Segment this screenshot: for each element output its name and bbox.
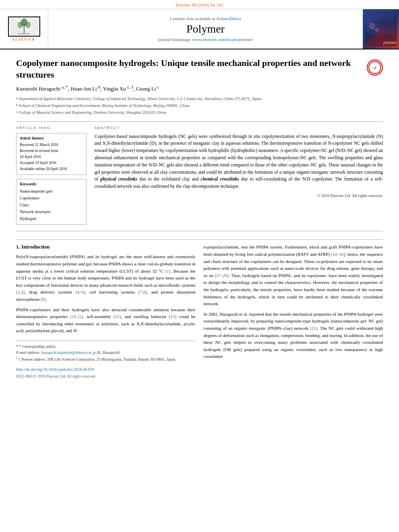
svg-rect-0 [10,18,38,35]
footnote-1: 1 1 Present address: JSR Life Sciences C… [16,356,195,363]
email-link[interactable]: haraguchi.kazutoshi@nihon-u.ac.jp [41,351,96,355]
abstract-header: ABSTRACT [95,126,383,130]
polymer-cover-inner: polymer [365,12,397,46]
svg-rect-6 [365,19,383,39]
right-column: ABSTRACT Copolymer-based nanocomposite h… [95,126,383,225]
keyword-2: Copolymers [20,195,83,201]
article-history-block: Article history: Received 21 March 2016 … [16,133,86,175]
elsevier-logo: ELSEVIER [0,9,48,49]
journal-title: Polymer [187,23,225,35]
journal-bar: Polymer 96 (2016) 94–103 [0,0,399,9]
doi-link[interactable]: http://dx.doi.org/10.1016/j.polymer.2016… [16,367,94,372]
svg-text:✓: ✓ [373,66,377,70]
article-info-header: ARTICLE INFO [16,126,86,130]
keyword-3: Clays [20,201,83,208]
article-body: 1. Introduction Poly(N-isopropylacrylami… [16,239,383,379]
affiliation-a: a Department of Applied Molecular Chemis… [16,96,383,102]
svg-point-2 [21,18,27,27]
available-online-date: Available online 20 April 2016 [20,166,83,172]
body-right-column: n-propylacrylamide, into the PNIPA syste… [204,244,383,379]
polymer-cover-label: polymer [383,40,397,46]
elsevier-text: ELSEVIER [12,38,35,41]
article-title-text: Copolymer nanocomposite hydrogels: Uniqu… [16,58,367,80]
keyword-4: Network structures [20,208,83,215]
keywords-block: Keywords: Nanocomposite gels Copolymers … [16,179,86,225]
received-date: Received 21 March 2016 [20,142,83,148]
header-center: Contents lists available at ScienceDirec… [48,9,363,49]
divider-2 [16,231,383,231]
copyright-line: © 2016 Elsevier Ltd. All rights reserved… [95,193,383,198]
right-paragraph-2: In 2002, Haraguchi et al. reported that … [204,311,383,360]
intro-paragraph-1: Poly(N-isopropylacrylamide) (PNIPA) and … [16,253,195,303]
sciencedirect-link[interactable]: ScienceDirect [216,16,241,21]
journal-homepage: journal homepage: www.elsevier.com/locat… [158,37,253,42]
footnote-email: E-mail address: haraguchi.kazutoshi@niho… [16,350,195,356]
header-section: ELSEVIER Contents lists available at Sci… [0,9,399,49]
article-content: Copolymer nanocomposite hydrogels: Uniqu… [0,49,399,388]
intro-paragraph-2: PNIPA-copolymers and their hydrogels hav… [16,306,195,335]
keywords-label: Keywords: [20,182,83,186]
article-info-abstract: ARTICLE INFO Article history: Received 2… [16,126,383,225]
doi-line: http://dx.doi.org/10.1016/j.polymer.2016… [16,366,195,373]
svg-point-8 [375,28,378,31]
body-left-column: 1. Introduction Poly(N-isopropylacrylami… [16,244,195,379]
footnote-corresponding: * * Corresponding author. [16,343,195,350]
issn-line: 0032-3861/© 2016 Elsevier Ltd. All right… [16,374,195,380]
svg-point-7 [369,23,375,29]
polymer-cover-image: polymer [363,9,399,49]
affiliations-section: a Department of Applied Molecular Chemis… [16,96,383,115]
svg-point-3 [18,22,23,28]
crossmark-icon[interactable]: ✓ [367,60,383,76]
article-title-section: Copolymer nanocomposite hydrogels: Uniqu… [16,58,383,80]
page-wrapper: Polymer 96 (2016) 94–103 ELSEVIER [0,0,399,532]
svg-point-4 [26,22,31,28]
accepted-date: Accepted 19 April 2016 [20,160,83,166]
footnotes-section: * * Corresponding author. E-mail address… [16,341,195,380]
authors-line: Kazutoshi Haraguchi a, *, Huan-Jun Li b,… [16,84,383,92]
abstract-body: Copolymer-based nanocomposite hydrogels … [95,133,383,191]
keyword-1: Nanocomposite gels [20,188,83,195]
based-text: based [261,273,271,278]
homepage-link[interactable]: www.elsevier.com/locate/polymer [192,37,253,42]
right-paragraph-1: n-propylacrylamide, into the PNIPA syste… [204,244,383,307]
journal-citation: Polymer 96 (2016) 94–103 [176,2,224,7]
affiliation-b: b School of Chemical Engineering and Env… [16,103,383,109]
left-column: ARTICLE INFO Article history: Received 2… [16,126,86,225]
elsevier-box-graphic [8,16,40,37]
divider-1 [16,121,383,122]
received-revised-date: 18 April 2016 [20,154,83,160]
affiliation-c: c College of Material Science and Engine… [16,109,383,115]
received-revised-label: Received in revised form [20,148,83,154]
section1-title: 1. Introduction [16,244,195,250]
sciencedirect-line: Contents lists available at ScienceDirec… [170,16,241,21]
keyword-5: Hydrogels [20,215,83,222]
history-label: Article history: [20,136,83,140]
